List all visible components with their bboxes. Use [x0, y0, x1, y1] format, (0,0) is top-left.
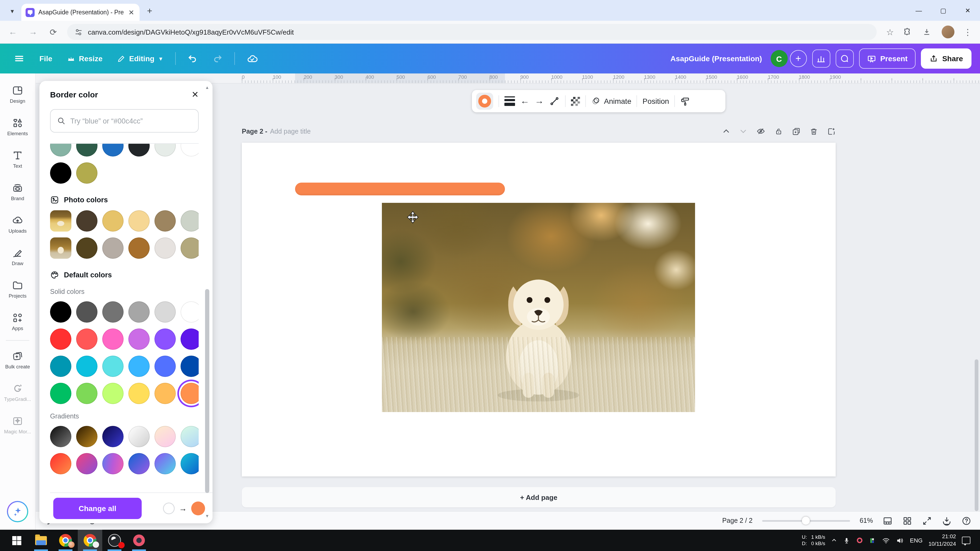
bookmark-icon[interactable]: ☆	[884, 27, 896, 37]
app-tray-icon[interactable]	[870, 537, 877, 544]
color-swatch[interactable]	[181, 301, 199, 322]
start-button[interactable]	[4, 530, 29, 551]
line-type-button[interactable]	[549, 96, 560, 106]
color-swatch[interactable]	[102, 453, 124, 474]
share-button[interactable]: Share	[921, 48, 972, 69]
color-swatch[interactable]	[128, 329, 150, 350]
recording-ring-icon[interactable]	[856, 537, 864, 544]
new-tab-button[interactable]: +	[143, 4, 157, 18]
editing-mode-menu[interactable]: Editing ▼	[112, 49, 169, 68]
color-swatch[interactable]	[76, 210, 97, 232]
comments-button[interactable]	[835, 49, 854, 68]
color-swatch[interactable]	[76, 237, 97, 259]
color-swatch[interactable]	[50, 383, 72, 404]
document-title[interactable]: AsapGuide (Presentation)	[671, 54, 762, 63]
sidebar-item-text[interactable]: Text	[2, 143, 33, 175]
color-swatch[interactable]	[181, 143, 199, 157]
vertical-scrollbar[interactable]	[975, 359, 978, 511]
color-swatch[interactable]	[50, 356, 72, 377]
color-swatch[interactable]	[102, 356, 124, 377]
download-icon[interactable]	[942, 516, 952, 526]
delete-page-icon[interactable]	[810, 127, 818, 135]
color-swatch[interactable]	[128, 426, 150, 447]
sidebar-item-draw[interactable]: Draw	[2, 240, 33, 273]
color-swatch[interactable]	[154, 426, 176, 447]
close-button[interactable]: ✕	[956, 0, 980, 21]
resize-menu[interactable]: Resize	[62, 49, 108, 68]
browser-tab[interactable]: AsapGuide (Presentation) - Pres ✕	[21, 4, 140, 21]
add-page-button[interactable]: + Add page	[242, 487, 836, 507]
user-avatar[interactable]: C	[770, 50, 788, 67]
chrome-profile2-button[interactable]	[78, 530, 102, 551]
design-page[interactable]	[242, 143, 836, 476]
change-all-button[interactable]: Change all	[53, 497, 142, 519]
border-weight-button[interactable]	[504, 96, 515, 106]
minimize-button[interactable]: —	[907, 0, 931, 21]
color-swatch[interactable]	[128, 237, 150, 259]
move-page-down-icon[interactable]	[739, 127, 747, 135]
grid-view-icon[interactable]	[902, 516, 912, 526]
help-icon[interactable]	[961, 516, 972, 526]
forward-icon[interactable]: →	[27, 27, 40, 37]
photo-thumbnail[interactable]	[50, 210, 72, 232]
border-color-button[interactable]	[476, 93, 493, 110]
chrome-profile1-button[interactable]	[53, 530, 78, 551]
color-swatch[interactable]	[102, 210, 124, 232]
scroll-down-icon[interactable]: ▼	[204, 514, 210, 519]
browser-menu-icon[interactable]: ⋮	[962, 27, 974, 37]
obs-button[interactable]	[102, 530, 127, 551]
color-swatch[interactable]	[102, 143, 124, 157]
microphone-icon[interactable]	[843, 537, 850, 544]
color-swatch[interactable]	[128, 453, 150, 474]
color-swatch[interactable]	[50, 143, 72, 157]
photo-thumbnail[interactable]	[50, 237, 72, 259]
back-icon[interactable]: ←	[6, 27, 19, 37]
notification-center-icon[interactable]	[962, 537, 970, 544]
arrow-end-button[interactable]: →	[535, 96, 544, 106]
scroll-up-icon[interactable]: ▲	[204, 85, 210, 91]
color-swatch[interactable]	[128, 356, 150, 377]
color-swatch[interactable]	[50, 329, 72, 350]
volume-icon[interactable]	[896, 536, 904, 545]
color-swatch[interactable]	[50, 301, 72, 322]
hide-page-icon[interactable]	[756, 127, 765, 136]
transparency-button[interactable]	[571, 97, 580, 106]
color-swatch[interactable]	[76, 426, 97, 447]
color-swatch[interactable]	[76, 383, 97, 404]
panel-scrollbar[interactable]: ▲ ▼	[204, 85, 210, 519]
color-swatch[interactable]	[154, 237, 176, 259]
color-swatch[interactable]	[181, 210, 199, 232]
sidebar-item-projects[interactable]: Projects	[2, 273, 33, 305]
scrollbar-thumb[interactable]	[205, 289, 209, 493]
color-swatch[interactable]	[154, 453, 176, 474]
sidebar-item-brand[interactable]: Brand	[2, 175, 33, 208]
lock-page-icon[interactable]	[775, 127, 783, 135]
address-bar[interactable]: canva.com/design/DAGVkiHetoQ/xg918aqyEr0…	[67, 24, 877, 40]
color-swatch[interactable]	[102, 237, 124, 259]
color-swatch[interactable]	[181, 329, 199, 350]
color-swatch[interactable]	[76, 143, 97, 157]
color-swatch[interactable]	[154, 329, 176, 350]
color-swatch[interactable]	[76, 162, 97, 184]
sidebar-item-uploads[interactable]: Uploads	[2, 208, 33, 240]
file-explorer-button[interactable]	[29, 530, 53, 551]
color-swatch[interactable]	[128, 210, 150, 232]
browser-profile-avatar[interactable]	[942, 25, 955, 38]
sidebar-item-magic-morph[interactable]: Magic Mor...	[2, 408, 33, 441]
panel-close-icon[interactable]: ✕	[191, 89, 199, 100]
color-swatch[interactable]	[76, 453, 97, 474]
add-member-button[interactable]: +	[790, 50, 807, 67]
color-swatch[interactable]	[154, 383, 176, 404]
color-swatch[interactable]	[181, 383, 199, 404]
color-swatch[interactable]	[154, 210, 176, 232]
puppy-photo[interactable]	[382, 203, 695, 412]
presenter-view-icon[interactable]	[883, 516, 892, 526]
color-swatch[interactable]	[76, 356, 97, 377]
copy-style-button[interactable]	[680, 96, 690, 106]
downloads-icon[interactable]	[923, 28, 934, 36]
arrow-start-button[interactable]: ←	[520, 96, 530, 106]
color-swatch[interactable]	[76, 301, 97, 322]
position-button[interactable]: Position	[643, 97, 669, 105]
move-page-up-icon[interactable]	[722, 127, 730, 135]
color-swatch[interactable]	[102, 329, 124, 350]
